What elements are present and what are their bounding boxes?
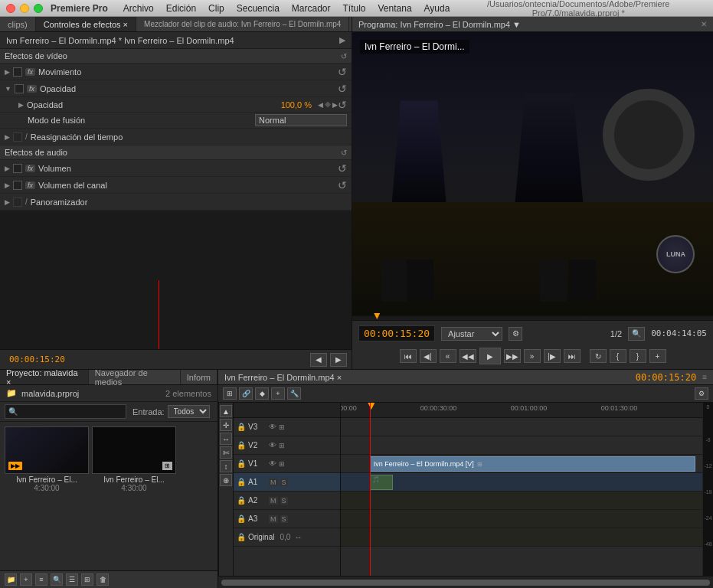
track-content-a2[interactable] [341, 492, 702, 510]
v1-lock[interactable]: 🔒 [237, 459, 246, 468]
a2-mute[interactable]: M [269, 497, 278, 505]
play-btn[interactable]: ▶ [479, 348, 501, 364]
opacidad-keyframe[interactable] [325, 102, 331, 108]
v1-track-icon[interactable]: ⊞ [279, 460, 285, 468]
track-content-original[interactable] [341, 528, 702, 547]
monitor-fit-select[interactable]: Ajustar 25% 50% 75% 100% [441, 327, 502, 341]
track-content-a3[interactable] [341, 510, 702, 528]
maximize-button[interactable] [34, 4, 43, 13]
new-bin-btn[interactable]: 📁 [5, 573, 17, 586]
volumen-canal-reset[interactable]: ↺ [338, 180, 347, 191]
panoramizador-expand[interactable]: ▶ [5, 198, 10, 206]
volumen-expand[interactable]: ▶ [5, 165, 10, 172]
panoramizador-toggle[interactable] [13, 198, 22, 207]
a1-solo[interactable]: S [280, 479, 288, 486]
movimiento-expand[interactable]: ▶ [5, 68, 10, 76]
a1-audio-clip[interactable]: 🎵 [370, 475, 393, 490]
volumen-canal-toggle[interactable] [13, 181, 22, 190]
tl-snap-btn[interactable]: ⊞ [223, 387, 237, 400]
tool-zoom[interactable]: ⊕ [220, 474, 232, 486]
tl-settings-btn[interactable]: ⚙ [695, 387, 708, 400]
tl-wrench-btn[interactable]: 🔧 [287, 387, 301, 400]
v2-lock[interactable]: 🔒 [237, 441, 246, 449]
track-content-v2[interactable] [341, 436, 702, 455]
filter-select[interactable]: Todos Video Audio [168, 405, 210, 418]
step-fwd-btn[interactable]: ⏭ [564, 349, 581, 363]
v2-track-icon[interactable]: ⊞ [279, 442, 285, 449]
tool-ripple[interactable]: ↔ [220, 433, 232, 445]
a2-solo[interactable]: S [280, 497, 288, 505]
v2-eye[interactable]: 👁 [269, 441, 276, 449]
opacidad-nav-right[interactable]: ▶ [332, 101, 338, 109]
movimiento-toggle[interactable] [13, 67, 22, 77]
mark-in-btn[interactable]: { [610, 349, 626, 363]
opacidad-child-expand[interactable]: ▶ [18, 101, 24, 109]
menu-ayuda[interactable]: Ayuda [424, 3, 450, 14]
tab-mixer[interactable]: Mezclador del clip de audio: Ivn Ferreir… [136, 17, 349, 31]
tab-clips[interactable]: clips) [0, 17, 36, 31]
fusion-dropdown[interactable]: Normal Multiplicar Pantalla Superposició… [255, 114, 347, 126]
opacidad-toggle[interactable] [15, 84, 24, 93]
tool-slip[interactable]: ↕ [220, 460, 232, 472]
tab-project[interactable]: Proyecto: malavida × [0, 370, 89, 384]
tab-controls[interactable]: Controles de efectos × [36, 17, 136, 31]
tool-select[interactable]: ▲ [220, 405, 232, 417]
mark-out-btn[interactable]: } [630, 349, 646, 363]
a3-solo[interactable]: S [280, 515, 288, 523]
audio-effects-reset[interactable]: ↺ [341, 149, 347, 157]
menu-edicion[interactable]: Edición [166, 3, 196, 14]
tool-add[interactable]: ✛ [220, 419, 232, 431]
back-frame-btn[interactable]: ◀| [420, 349, 437, 363]
a3-lock[interactable]: 🔒 [237, 514, 246, 523]
menu-ventana[interactable]: Ventana [378, 3, 412, 14]
volumen-toggle[interactable] [13, 164, 22, 173]
a3-mute[interactable]: M [269, 515, 278, 523]
v1-clip[interactable]: Ivn Ferreiro – El Dormiln.mp4 [V] ⊞ [370, 456, 695, 472]
tab-media-browser[interactable]: Navegador de medios [89, 370, 181, 384]
tool-razor[interactable]: ✄ [220, 446, 232, 459]
track-content-v1[interactable]: Ivn Ferreiro – El Dormiln.mp4 [V] ⊞ [341, 455, 702, 473]
opacidad-value[interactable]: 100,0 % [281, 100, 312, 109]
tl-add-btn[interactable]: + [271, 387, 285, 400]
video-effects-reset[interactable]: ↺ [341, 52, 347, 60]
opacidad-expand[interactable]: ▼ [5, 85, 11, 93]
fwd-frame-btn[interactable]: |▶ [544, 349, 561, 363]
shuttle-right-btn[interactable]: » [524, 349, 541, 363]
timeline-menu-icon[interactable]: ≡ [702, 373, 707, 381]
rewind-btn[interactable]: ◀◀ [460, 349, 476, 363]
a1-lock[interactable]: 🔒 [237, 478, 246, 486]
icon-view-btn[interactable]: ⊞ [81, 573, 93, 586]
delete-btn[interactable]: 🗑 [96, 573, 109, 586]
tl-mark-btn[interactable]: ◆ [255, 387, 269, 400]
original-lock[interactable]: 🔒 [237, 533, 246, 541]
close-button[interactable] [6, 4, 15, 13]
tl-link-btn[interactable]: 🔗 [239, 387, 253, 400]
v3-lock[interactable]: 🔒 [237, 423, 246, 431]
find-btn[interactable]: 🔍 [51, 573, 63, 586]
v1-eye[interactable]: 👁 [269, 459, 276, 468]
search-input[interactable] [19, 406, 123, 417]
opacidad-child-reset[interactable]: ↺ [338, 100, 347, 110]
fastforward-btn[interactable]: ▶▶ [504, 349, 521, 363]
shuttle-left-btn[interactable]: « [440, 349, 456, 363]
opacidad-parent-reset[interactable]: ↺ [338, 83, 347, 94]
add-marker-btn[interactable]: + [649, 349, 666, 363]
reasignacion-expand[interactable]: ▶ [5, 133, 10, 141]
effects-next-btn[interactable]: ▶ [330, 353, 347, 367]
a1-mute[interactable]: M [269, 479, 278, 486]
step-back-btn[interactable]: ⏮ [400, 349, 417, 363]
monitor-zoom-btn[interactable]: 🔍 [628, 327, 645, 341]
track-content-a1[interactable]: 🎵 [341, 473, 702, 492]
timeline-scrollbar[interactable] [218, 576, 713, 588]
tab-info[interactable]: Inform [181, 370, 217, 384]
movimiento-reset[interactable]: ↺ [338, 67, 347, 77]
list-view-btn[interactable]: ☰ [66, 573, 78, 586]
a2-lock[interactable]: 🔒 [237, 496, 246, 505]
minimize-button[interactable] [20, 4, 29, 13]
monitor-close[interactable]: ✕ [701, 20, 707, 28]
track-content-v3[interactable] [341, 418, 702, 436]
new-item-btn[interactable]: + [20, 573, 32, 586]
menu-titulo[interactable]: Título [343, 3, 366, 14]
automate-btn[interactable]: ≡ [35, 573, 47, 586]
menu-archivo[interactable]: Archivo [123, 3, 154, 14]
